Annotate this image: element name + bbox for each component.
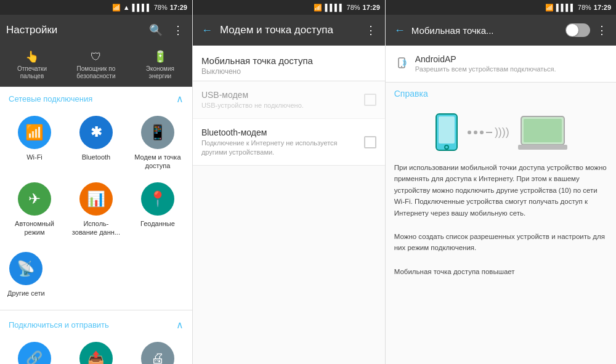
data-usage-item[interactable]: 📊 Исполь- зование данн... xyxy=(67,177,126,242)
section-connect-header[interactable]: Подключиться и отправить ∧ xyxy=(0,313,192,334)
hotspot-scroll: AndroidAP Разрешить всем устройствам под… xyxy=(386,46,616,364)
section-network-header[interactable]: Сетевые подключения ∧ xyxy=(0,87,192,108)
connect-item-1[interactable]: 🔗 xyxy=(5,337,64,364)
connect-item-3[interactable]: 🖨 xyxy=(128,337,187,364)
bt-modem-checkbox[interactable] xyxy=(364,136,376,148)
svg-rect-6 xyxy=(524,119,562,142)
shortcuts-row: 👆 Отпечатки пальцев 🛡 Помощник по безопа… xyxy=(0,46,192,87)
device-illustration: )))) xyxy=(386,106,616,158)
airplane-circle: ✈ xyxy=(18,182,51,216)
modem-item[interactable]: 📱 Модем и точка доступа xyxy=(128,111,187,176)
signal-icon-2: ▌▌▌▌ xyxy=(325,4,344,11)
help-section: Справка xyxy=(386,83,616,106)
other-networks-label: Другие сети xyxy=(7,289,45,297)
time-text-2: 17:29 xyxy=(363,4,380,11)
bluetooth-icon: ✱ xyxy=(91,124,102,140)
wifi-status-icon: ▲ xyxy=(123,4,130,11)
network-icon-grid: 📶 Wi-Fi ✱ Bluetooth 📱 Модем и точка дост… xyxy=(0,108,192,245)
sim-icon-2: 📶 xyxy=(314,4,322,12)
wifi-icon: 📶 xyxy=(25,124,44,141)
svg-rect-3 xyxy=(439,116,455,144)
illus-phone xyxy=(434,112,459,152)
androidap-text: AndroidAP Разрешить всем устройствам под… xyxy=(415,54,556,73)
usb-modem-title: USB-модем xyxy=(201,90,364,100)
connect-item-2[interactable]: 📤 xyxy=(67,337,126,364)
hotspot-title: Мобильная точка доступа xyxy=(201,55,376,66)
shortcut-power[interactable]: 🔋 Экономия энергии xyxy=(136,49,185,80)
status-bar-1: 📶 ▲ ▌▌▌▌ 78% 17:29 xyxy=(0,0,192,15)
hotspot-detail-toolbar: ← Мобильная точка... ⋮ xyxy=(386,15,616,46)
help-title: Справка xyxy=(394,89,607,99)
usb-modem-sub: USB-устройство не подключено. xyxy=(201,101,364,110)
battery-text-3: 78% xyxy=(578,4,591,11)
bt-modem-title: Bluetooth-модем xyxy=(201,127,364,137)
airplane-item[interactable]: ✈ Автономный режим xyxy=(5,177,64,242)
usb-modem-item[interactable]: USB-модем USB-устройство не подключено. xyxy=(193,81,385,119)
modem-panel: 📶 ▌▌▌▌ 78% 17:29 ← Модем и точка доступа… xyxy=(193,0,386,364)
geo-label: Геоданные xyxy=(140,219,175,228)
bluetooth-circle: ✱ xyxy=(79,116,113,149)
battery-text: 78% xyxy=(154,4,168,11)
wifi-label: Wi-Fi xyxy=(26,153,43,161)
bt-modem-item[interactable]: Bluetooth-модем Подключение к Интернету … xyxy=(193,119,385,166)
data-label: Исполь- зование данн... xyxy=(72,219,120,237)
connect-icon-1: 🔗 xyxy=(26,350,43,364)
connect-circle-1: 🔗 xyxy=(18,342,51,364)
sim-icon-3: 📶 xyxy=(545,4,554,12)
shortcut-security[interactable]: 🛡 Помощник по безопасности xyxy=(71,49,121,80)
hotspot-detail-title: Мобильная точка... xyxy=(411,25,559,36)
signal-dots: )))) xyxy=(468,126,509,139)
sim-icon: 📶 xyxy=(112,4,121,12)
more-options-icon[interactable]: ⋮ xyxy=(170,21,186,39)
section-connect-chevron[interactable]: ∧ xyxy=(176,319,184,331)
hotspot-back-icon[interactable]: ← xyxy=(392,22,408,39)
modem-back-icon[interactable]: ← xyxy=(199,22,215,39)
illus-laptop xyxy=(518,114,567,151)
wifi-circle: 📶 xyxy=(18,116,51,149)
section-network-title: Сетевые подключения xyxy=(9,94,92,103)
bt-modem-text: Bluetooth-модем Подключение к Интернету … xyxy=(201,127,364,156)
connect-icon-3: 🖨 xyxy=(151,350,164,364)
section-connect-title: Подключиться и отправить xyxy=(9,320,109,330)
search-icon[interactable]: 🔍 xyxy=(147,21,165,39)
battery-text-2: 78% xyxy=(347,4,360,11)
other-networks-circle: 📡 xyxy=(9,252,43,285)
modem-label: Модем и точка доступа xyxy=(134,153,180,171)
help-text-1: При использовании мобильной точки доступ… xyxy=(386,158,616,222)
androidap-icon xyxy=(394,55,409,73)
bt-modem-sub: Подключение к Интернету не используется … xyxy=(201,139,364,156)
wifi-item[interactable]: 📶 Wi-Fi xyxy=(5,111,64,176)
settings-scroll: Сетевые подключения ∧ 📶 Wi-Fi ✱ Bluetoot… xyxy=(0,87,192,364)
usb-modem-checkbox[interactable] xyxy=(364,94,376,106)
hotspot-status: Выключено xyxy=(201,67,376,76)
svg-point-1 xyxy=(401,66,402,67)
divider-1 xyxy=(0,310,192,310)
geo-item[interactable]: 📍 Геоданные xyxy=(128,177,187,242)
help-text-3: Мобильная точка доступа повышает xyxy=(386,262,616,281)
connect-circle-2: 📤 xyxy=(79,342,113,364)
data-circle: 📊 xyxy=(79,182,113,216)
connect-icon-2: 📤 xyxy=(87,350,104,364)
hotspot-more-icon[interactable]: ⋮ xyxy=(594,21,610,39)
modem-circle: 📱 xyxy=(141,116,174,149)
androidap-sub: Разрешить всем устройствам подключаться. xyxy=(415,65,556,73)
androidap-item[interactable]: AndroidAP Разрешить всем устройствам под… xyxy=(386,46,616,83)
signal-icon: ▌▌▌▌ xyxy=(132,4,152,11)
shortcut-fingerprint[interactable]: 👆 Отпечатки пальцев xyxy=(7,49,57,80)
androidap-name: AndroidAP xyxy=(415,54,556,64)
modem-more-icon[interactable]: ⋮ xyxy=(363,21,379,39)
airplane-label: Автономный режим xyxy=(15,219,54,237)
hotspot-toggle[interactable] xyxy=(565,23,590,37)
hotspot-header[interactable]: Мобильная точка доступа Выключено xyxy=(193,46,385,81)
usb-modem-text: USB-модем USB-устройство не подключено. xyxy=(201,90,364,110)
settings-title: Настройки xyxy=(6,24,142,36)
geo-circle: 📍 xyxy=(141,182,174,216)
data-icon: 📊 xyxy=(87,190,105,208)
other-networks-item[interactable]: 📡 Другие сети xyxy=(5,247,47,302)
time-text-3: 17:29 xyxy=(594,4,611,11)
toggle-knob xyxy=(566,24,578,36)
section-network-chevron[interactable]: ∧ xyxy=(176,93,184,105)
bluetooth-item[interactable]: ✱ Bluetooth xyxy=(67,111,126,176)
modem-toolbar: ← Модем и точка доступа ⋮ xyxy=(193,15,385,46)
settings-panel: 📶 ▲ ▌▌▌▌ 78% 17:29 Настройки 🔍 ⋮ 👆 Отпеч… xyxy=(0,0,193,364)
